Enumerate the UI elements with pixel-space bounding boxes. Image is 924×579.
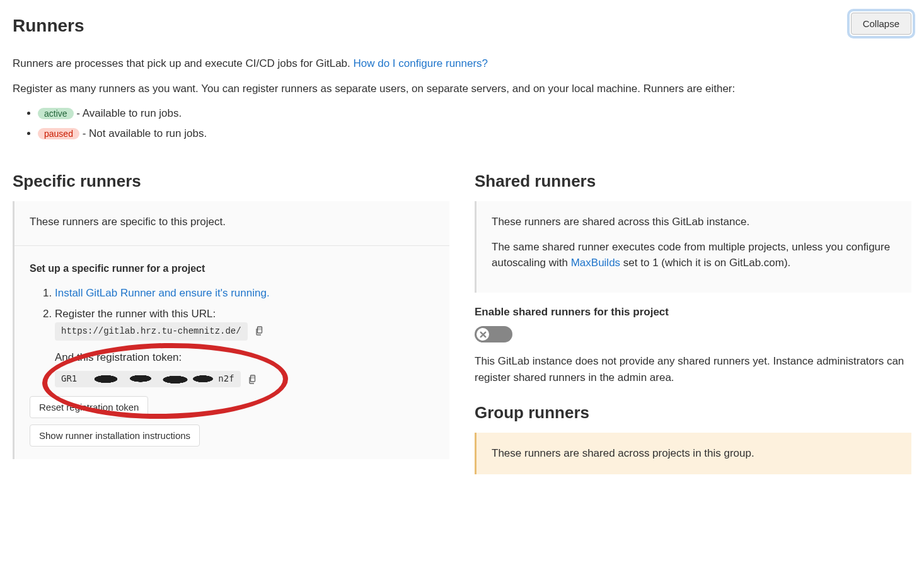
copy-url-icon[interactable] [251,322,268,339]
paused-text: - Not available to run jobs. [79,127,207,139]
intro-text: Runners are processes that pick up and e… [13,56,911,72]
list-item: paused - Not available to run jobs. [38,126,911,142]
specific-desc: These runners are specific to this proje… [30,214,437,230]
token-suffix: n2f [218,372,234,385]
setup-heading: Set up a specific runner for a project [30,261,437,276]
install-runner-link[interactable]: Install GitLab Runner and ensure it's ru… [55,287,270,299]
shared-runners-heading: Shared runners [475,169,911,194]
collapse-button[interactable]: Collapse [851,13,911,35]
registration-url: https://gitlab.hrz.tu-chemnitz.de/ [55,322,248,341]
list-item: Install GitLab Runner and ensure it's ru… [55,285,437,301]
active-text: - Available to run jobs. [74,107,182,119]
reset-token-button[interactable]: Reset registration token [30,396,148,418]
configure-runners-link[interactable]: How do I configure runners? [354,57,488,69]
shared-desc1: These runners are shared across this Git… [492,214,899,230]
page-title: Runners [13,13,84,39]
runner-states-list: active - Available to run jobs. paused -… [13,105,911,141]
shared-desc2b: set to 1 (which it is on GitLab.com). [620,257,790,269]
enable-shared-toggle[interactable] [475,326,512,342]
intro-paragraph: Register as many runners as you want. Yo… [13,81,911,97]
specific-runners-heading: Specific runners [13,169,449,194]
show-instructions-button[interactable]: Show runner installation instructions [30,424,200,447]
token-prefix: GR1 [61,372,77,385]
toggle-knob [475,327,490,342]
list-item: Register the runner with this URL: https… [55,306,437,387]
specific-runners-panel: These runners are specific to this proje… [13,201,449,459]
maxbuilds-link[interactable]: MaxBuilds [571,257,620,269]
shared-runners-panel: These runners are shared across this Git… [475,201,911,293]
enable-shared-label: Enable shared runners for this project [475,304,911,320]
setup-steps: Install GitLab Runner and ensure it's ru… [30,285,437,387]
active-badge: active [38,108,74,119]
intro-desc: Runners are processes that pick up and e… [13,57,354,69]
step2-text: Register the runner with this URL: [55,308,216,320]
group-runners-panel: These runners are shared across projects… [475,433,911,474]
shared-note: This GitLab instance does not provide an… [475,353,911,385]
token-label: And this registration token: [55,349,437,366]
paused-badge: paused [38,128,79,139]
redacted-scribble [78,373,217,385]
group-runners-heading: Group runners [475,401,911,425]
copy-token-icon[interactable] [245,371,261,387]
registration-token: GR1 n2f [55,371,241,387]
group-desc: These runners are shared across projects… [492,445,899,462]
close-icon [479,330,487,339]
list-item: active - Available to run jobs. [38,105,911,122]
shared-desc2: The same shared runner executes code fro… [492,239,899,271]
